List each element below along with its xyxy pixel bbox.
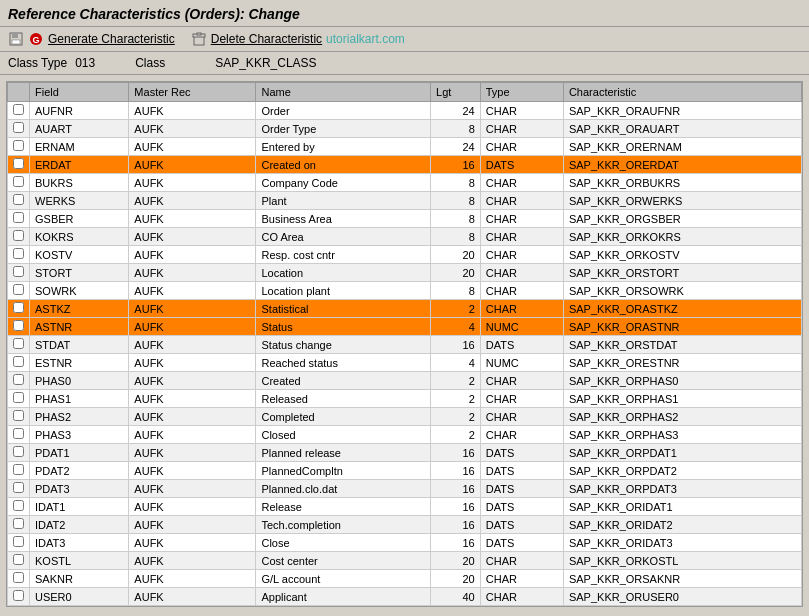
cell-field: AUART [30,120,129,138]
cell-lgt: 2 [431,408,481,426]
col-lgt: Lgt [431,83,481,102]
cell-master: AUFK [129,174,256,192]
cell-master: AUFK [129,498,256,516]
cell-name: Completed [256,408,431,426]
cell-field: SOWRK [30,282,129,300]
cell-master: AUFK [129,426,256,444]
cell-type: CHAR [480,552,563,570]
table-row: IDAT1AUFKRelease16DATSSAP_KKR_ORIDAT1 [8,498,802,516]
table-header-row: Field Master Rec Name Lgt Type Character… [8,83,802,102]
cell-lgt: 16 [431,462,481,480]
cell-lgt: 8 [431,120,481,138]
cell-field: USER0 [30,588,129,606]
row-checkbox[interactable] [13,356,24,367]
delete-button[interactable]: Delete Characteristic [211,32,322,46]
cell-type: DATS [480,462,563,480]
row-checkbox[interactable] [13,374,24,385]
row-checkbox[interactable] [13,104,24,115]
cell-master: AUFK [129,318,256,336]
cell-master: AUFK [129,282,256,300]
cell-characteristic: SAP_KKR_ORKOSTV [563,246,801,264]
cell-name: Released [256,390,431,408]
row-checkbox[interactable] [13,212,24,223]
row-checkbox[interactable] [13,554,24,565]
row-checkbox[interactable] [13,230,24,241]
svg-text:G: G [32,35,39,45]
cell-type: CHAR [480,300,563,318]
row-checkbox[interactable] [13,518,24,529]
cell-lgt: 24 [431,102,481,120]
row-checkbox[interactable] [13,392,24,403]
cell-field: PDAT2 [30,462,129,480]
row-checkbox[interactable] [13,536,24,547]
row-checkbox[interactable] [13,446,24,457]
table-row: KOSTLAUFKCost center20CHARSAP_KKR_ORKOST… [8,552,802,570]
row-checkbox[interactable] [13,266,24,277]
row-checkbox[interactable] [13,482,24,493]
cell-field: PDAT3 [30,480,129,498]
cell-master: AUFK [129,390,256,408]
row-checkbox[interactable] [13,320,24,331]
row-checkbox[interactable] [13,302,24,313]
cell-characteristic: SAP_KKR_ORSTDAT [563,336,801,354]
cell-characteristic: SAP_KKR_ORASTNR [563,318,801,336]
cell-field: SAKNR [30,570,129,588]
row-checkbox[interactable] [13,428,24,439]
cell-type: CHAR [480,588,563,606]
cell-characteristic: SAP_KKR_ORIDAT2 [563,516,801,534]
row-checkbox[interactable] [13,140,24,151]
data-table: Field Master Rec Name Lgt Type Character… [7,82,802,606]
table-row: STORTAUFKLocation20CHARSAP_KKR_ORSTORT [8,264,802,282]
table-row: STDATAUFKStatus change16DATSSAP_KKR_ORST… [8,336,802,354]
row-checkbox[interactable] [13,464,24,475]
cell-field: PHAS1 [30,390,129,408]
svg-rect-7 [197,33,201,35]
row-checkbox[interactable] [13,590,24,601]
cell-field: PHAS0 [30,372,129,390]
cell-name: Close [256,534,431,552]
cell-name: Status change [256,336,431,354]
table-row: ERNAMAUFKEntered by24CHARSAP_KKR_ORERNAM [8,138,802,156]
table-row: ASTNRAUFKStatus4NUMCSAP_KKR_ORASTNR [8,318,802,336]
row-checkbox[interactable] [13,248,24,259]
generate-button[interactable]: Generate Characteristic [48,32,175,46]
cell-lgt: 8 [431,210,481,228]
cell-name: Resp. cost cntr [256,246,431,264]
cell-lgt: 2 [431,300,481,318]
row-checkbox[interactable] [13,194,24,205]
cell-field: STORT [30,264,129,282]
table-row: KOSTVAUFKResp. cost cntr20CHARSAP_KKR_OR… [8,246,802,264]
cell-field: PHAS2 [30,408,129,426]
class-value: SAP_KKR_CLASS [215,56,316,70]
row-checkbox[interactable] [13,500,24,511]
toolbar: G Generate Characteristic Delete Charact… [0,27,809,52]
cell-lgt: 2 [431,390,481,408]
cell-master: AUFK [129,588,256,606]
row-checkbox[interactable] [13,122,24,133]
cell-type: NUMC [480,354,563,372]
save-icon [8,31,24,47]
col-checkbox [8,83,30,102]
table-row: PDAT1AUFKPlanned release16DATSSAP_KKR_OR… [8,444,802,462]
row-checkbox[interactable] [13,284,24,295]
table-row: SAKNRAUFKG/L account20CHARSAP_KKR_ORSAKN… [8,570,802,588]
cell-characteristic: SAP_KKR_ORPDAT3 [563,480,801,498]
col-master-rec: Master Rec [129,83,256,102]
row-checkbox[interactable] [13,572,24,583]
row-checkbox[interactable] [13,158,24,169]
cell-field: KOSTL [30,552,129,570]
row-checkbox[interactable] [13,176,24,187]
cell-type: CHAR [480,174,563,192]
table-row: IDAT3AUFKClose16DATSSAP_KKR_ORIDAT3 [8,534,802,552]
table-row: WERKSAUFKPlant8CHARSAP_KKR_ORWERKS [8,192,802,210]
cell-master: AUFK [129,138,256,156]
cell-characteristic: SAP_KKR_ORESTNR [563,354,801,372]
table-row: KOKRSAUFKCO Area8CHARSAP_KKR_ORKOKRS [8,228,802,246]
cell-field: IDAT1 [30,498,129,516]
cell-type: CHAR [480,408,563,426]
generate-icon: G [28,31,44,47]
row-checkbox[interactable] [13,338,24,349]
cell-lgt: 4 [431,318,481,336]
row-checkbox[interactable] [13,410,24,421]
cell-master: AUFK [129,354,256,372]
